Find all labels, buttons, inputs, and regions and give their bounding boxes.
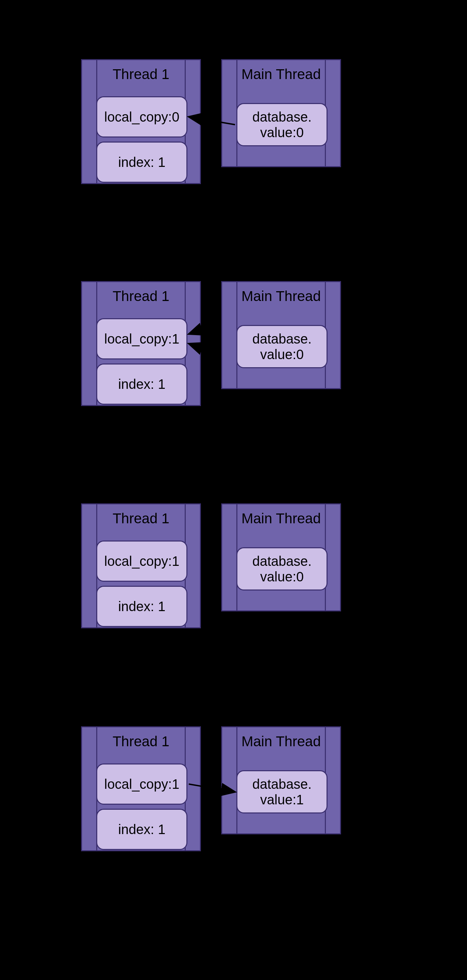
index-var: index: 1: [96, 809, 187, 850]
stage-2: Thread 1Main Threadlocal_copy:1index: 1d…: [0, 281, 467, 420]
thread-1-title: Thread 1: [82, 504, 200, 527]
main-thread-title: Main Thread: [222, 504, 340, 527]
local-copy-var: local_copy:0: [96, 96, 187, 137]
main-thread-title: Main Thread: [222, 60, 340, 83]
database-value-var: database. value:0: [237, 103, 327, 146]
stage-3: Thread 1Main Threadlocal_copy:1index: 1d…: [0, 503, 467, 642]
thread-1-title: Thread 1: [82, 60, 200, 83]
local-copy-var: local_copy:1: [96, 318, 187, 360]
database-value-var: database. value:1: [237, 770, 327, 813]
main-thread-title: Main Thread: [222, 727, 340, 749]
local-copy-var: local_copy:1: [96, 764, 187, 805]
main-thread-title: Main Thread: [222, 282, 340, 304]
database-value-var: database. value:0: [237, 325, 327, 368]
thread-1-title: Thread 1: [82, 727, 200, 749]
index-var: index: 1: [96, 142, 187, 183]
index-var: index: 1: [96, 586, 187, 627]
stage-4: Thread 1Main Threadlocal_copy:1index: 1d…: [0, 726, 467, 865]
index-var: index: 1: [96, 363, 187, 405]
local-copy-var: local_copy:1: [96, 541, 187, 582]
stage-1: Thread 1Main Threadlocal_copy:0index: 1d…: [0, 59, 467, 197]
database-value-var: database. value:0: [237, 547, 327, 590]
thread-1-title: Thread 1: [82, 282, 200, 304]
